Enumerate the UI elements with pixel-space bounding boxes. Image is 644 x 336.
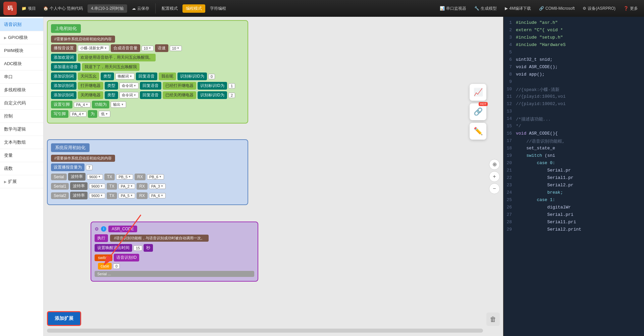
sidebar-item-variable[interactable]: 变量 xyxy=(0,149,43,162)
zoom-in-btn[interactable]: + xyxy=(489,171,500,182)
serial2-rx[interactable]: PA_6 xyxy=(149,193,166,198)
zoom-out-btn[interactable]: − xyxy=(489,183,500,194)
serial0-tx-label: TX xyxy=(104,174,115,180)
wakeup-unit: 秒 xyxy=(144,244,153,252)
serial1-label: Serial1 xyxy=(51,183,69,190)
sidebar-item-adc[interactable]: ADC模块 xyxy=(0,57,43,70)
sidebar-item-function[interactable]: 函数 xyxy=(0,162,43,175)
code-line-2: 2 extern "C"{ void * xyxy=(504,28,644,35)
sidebar-item-custom-code[interactable]: 自定义代码 xyxy=(0,97,43,110)
compile-download-btn[interactable]: ▶ 4M编译下载 xyxy=(502,4,534,13)
reply-1: 已经打开继电器 xyxy=(163,82,196,90)
func-dropdown[interactable]: 输出 xyxy=(111,101,126,108)
comment-row-1: //需要操作系统启动前初始化的内容 xyxy=(51,36,244,43)
serial0-tx[interactable]: PB_5 xyxy=(116,174,133,180)
id-num-1: 1 xyxy=(228,83,235,89)
add-word-1-label: 添加识别词 xyxy=(51,82,76,90)
project-btn[interactable]: 📁 项目 xyxy=(19,4,39,13)
speed-label: 语速 xyxy=(155,44,168,52)
switch-var: 语音识别ID xyxy=(114,254,139,261)
serial0-baud[interactable]: 9600 xyxy=(87,174,103,180)
serial1-baud[interactable]: 9600 xyxy=(89,184,105,189)
sidebar-item-expand[interactable]: ▶ 扩展 xyxy=(0,175,43,188)
more-btn[interactable]: ❓ 更多 xyxy=(621,4,641,13)
add-extension-button[interactable]: 添加扩展 xyxy=(47,311,81,326)
serial2-baud-label: 波特率 xyxy=(70,192,88,199)
personal-center-btn[interactable]: 🏠 个人中心 范例代码 xyxy=(41,4,86,13)
type-dropdown-2[interactable]: 命令词 xyxy=(119,92,139,98)
sidebar-item-voice[interactable]: 语音识别 xyxy=(0,18,43,31)
welcome-row: 添加欢迎词 欢迎使用语音助手，用天问五幺唤醒我。 xyxy=(51,54,244,61)
sidebar-item-gpio[interactable]: ▶ GPIO模块 xyxy=(0,31,43,44)
serial-tab-btn[interactable]: 4.串口0-1-2同时输 xyxy=(88,4,127,13)
speed-dropdown[interactable]: 10 xyxy=(170,46,182,51)
serial-monitor-btn[interactable]: 📊 串口监视器 xyxy=(437,4,469,13)
asr-header-row: ⚙ i ASR_CODE xyxy=(95,226,254,232)
edit-icon: ✏️ xyxy=(474,127,483,136)
id-num-2: 2 xyxy=(228,93,235,98)
canvas-area[interactable]: 上电初始化 //需要操作系统启动前初始化的内容 播报音设置 小蝶-清新女声 合成… xyxy=(44,17,503,336)
serial2-tx[interactable]: PA_5 xyxy=(118,193,135,198)
word-0: 天问五幺 xyxy=(78,73,99,80)
code-line-20: 20 case 0: xyxy=(504,160,644,168)
sidebar-item-serial[interactable]: 串口 xyxy=(0,70,43,84)
comment-block-1: //需要操作系统启动前初始化的内容 xyxy=(51,36,115,43)
wakeup-val: 15 xyxy=(133,245,142,251)
serial2-label: Serial2 xyxy=(51,192,69,199)
main-layout: 语音识别 ▶ GPIO模块 PWM模块 ADC模块 串口 多线程模块 自定义代码… xyxy=(0,17,644,336)
switch-row: switch 语音识别ID xyxy=(95,254,254,261)
delete-bin[interactable]: 🗑 xyxy=(486,313,500,326)
serial0-row: Serial 波特率 9600 TX PB_5 RX PB_6 xyxy=(51,173,244,181)
serial0-rx[interactable]: PB_6 xyxy=(147,174,164,180)
code-line-8: 8 void app(); xyxy=(504,72,644,79)
cloud-icon: ☁ xyxy=(132,6,136,11)
float-icon-chart[interactable]: 📈 xyxy=(470,84,486,101)
code-line-6: 6 uint32_t snid; xyxy=(504,57,644,64)
serial1-rx[interactable]: PA_3 xyxy=(149,184,166,189)
code-line-1: 1 #include "asr.h" xyxy=(504,20,644,28)
asr-section: ⚙ i ASR_CODE 执行 //语音识别功能框，与语音识别成功时被自动调用一… xyxy=(91,222,258,282)
config-mode-btn[interactable]: 配置模式 xyxy=(159,4,180,13)
serial2-baud[interactable]: 9600 xyxy=(89,193,105,198)
pin-dropdown[interactable]: PA_4 xyxy=(74,102,91,107)
gear-icon: ⚙ xyxy=(95,226,99,232)
device-btn[interactable]: ⚙ 设备(ASRPRO) xyxy=(580,4,618,13)
audio-setting-row: 播报音设置 小蝶-清新女声 合成语音音量 10 语速 10 xyxy=(51,44,244,52)
serial2-row: Serial2 波特率 9600 TX PA_5 RX PA_6 xyxy=(51,192,244,199)
gen-model-btn[interactable]: 🔧 生成模型 xyxy=(472,4,499,13)
sidebar-item-multithread[interactable]: 多线程模块 xyxy=(0,84,43,97)
write-val-dropdown[interactable]: 低 xyxy=(99,111,110,117)
section2-header: 系统应用初始化 xyxy=(51,143,90,152)
code-line-23: 23 Serial2.pr xyxy=(504,183,644,190)
serial1-tx[interactable]: PA_2 xyxy=(118,184,135,189)
sidebar-item-text[interactable]: 文本与数组 xyxy=(0,136,43,149)
code-line-3: 3 #include "setup.h" xyxy=(504,35,644,42)
vol-num: 7 xyxy=(86,165,93,170)
float-icon-share[interactable]: 🔗 HOT xyxy=(470,103,486,120)
program-mode-btn[interactable]: 编程模式 xyxy=(182,4,205,13)
write-pin-dropdown[interactable]: PA_4 xyxy=(70,111,87,117)
sidebar-item-math[interactable]: 数学与逻辑 xyxy=(0,123,43,136)
sys-init-section: 系统应用初始化 //需要操作系统启动后初始化的内容 设置播报音量为 7 Seri… xyxy=(47,139,248,205)
volume-label: 合成语音音量 xyxy=(111,44,140,52)
canvas-scrollbar[interactable] xyxy=(47,329,483,333)
serial2-rx-label: RX xyxy=(137,192,148,199)
voice-dropdown[interactable]: 小蝶-清新女声 xyxy=(78,45,109,51)
cloud-save-btn[interactable]: ☁ 云保存 xyxy=(129,4,152,13)
com-port-btn[interactable]: 🔗 COM8-Microsoft xyxy=(536,5,577,12)
func-label: 功能为 xyxy=(92,101,109,108)
info-icon: i xyxy=(101,226,106,232)
type-dropdown-0[interactable]: 唤醒词 xyxy=(115,73,135,80)
sidebar-item-pwm[interactable]: PWM模块 xyxy=(0,44,43,57)
sidebar-item-control[interactable]: 控制 xyxy=(0,110,43,123)
exec-comment: //语音识别功能框，与语音识别成功时被自动调用一次。 xyxy=(110,235,209,242)
separator1 xyxy=(155,3,156,13)
recog-word-2-row: 添加识别词 关闭继电器 类型 命令词 回复语音 已经关闭继电器 识别标识ID为 … xyxy=(51,91,244,99)
crosshair-zoom-btn[interactable]: ⊕ xyxy=(489,159,500,170)
char-program-btn[interactable]: 字符编程 xyxy=(207,4,229,13)
volume-dropdown[interactable]: 10 xyxy=(142,46,154,51)
float-icon-edit[interactable]: ✏️ xyxy=(470,123,486,140)
word-1: 打开继电器 xyxy=(78,82,103,90)
id-label-1: 识别标识ID为 xyxy=(198,82,227,90)
type-dropdown-1[interactable]: 命令词 xyxy=(119,83,139,89)
